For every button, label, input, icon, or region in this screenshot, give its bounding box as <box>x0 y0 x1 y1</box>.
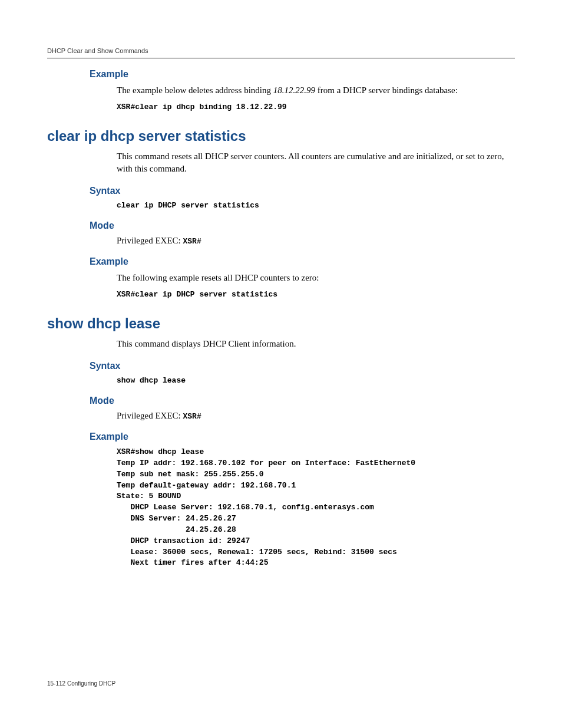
mode-label: Privileged EXEC: <box>117 411 183 420</box>
example-command: XSR#clear ip dhcp binding 18.12.22.99 <box>117 103 515 111</box>
page-footer: 15-112 Configuring DHCP <box>47 680 115 687</box>
example-intro-ip: 18.12.22.99 <box>273 85 315 95</box>
header-rule <box>47 58 515 58</box>
syntax-heading: Syntax <box>90 361 515 371</box>
mode-line: Privileged EXEC: XSR# <box>117 411 515 421</box>
mode-label: Privileged EXEC: <box>117 236 183 245</box>
example-heading: Example <box>90 431 515 442</box>
example-heading: Example <box>90 256 515 267</box>
example-command: XSR#clear ip DHCP server statistics <box>117 290 515 299</box>
example-intro-post: from a DHCP server bindings database: <box>315 85 458 95</box>
mode-heading: Mode <box>90 220 515 231</box>
syntax-command: clear ip DHCP server statistics <box>117 201 515 210</box>
page: DHCP Clear and Show Commands Example The… <box>0 0 562 728</box>
example-output: XSR#show dhcp lease Temp IP addr: 192.16… <box>117 447 515 569</box>
running-head: DHCP Clear and Show Commands <box>47 47 515 58</box>
command-title-show-lease: show dhcp lease <box>47 315 515 332</box>
mode-prompt: XSR# <box>183 412 201 421</box>
syntax-heading: Syntax <box>90 186 515 196</box>
example-intro-pre: The example below deletes address bindin… <box>117 85 273 95</box>
command-intro: This command resets all DHCP server coun… <box>117 150 515 175</box>
mode-prompt: XSR# <box>183 237 201 246</box>
command-intro: This command displays DHCP Client inform… <box>117 338 515 350</box>
example-intro: The example below deletes address bindin… <box>117 84 515 97</box>
mode-line: Privileged EXEC: XSR# <box>117 236 515 246</box>
mode-heading: Mode <box>90 396 515 406</box>
example-heading: Example <box>90 69 515 80</box>
example-intro: The following example resets all DHCP co… <box>117 272 515 284</box>
command-title-clear-stats: clear ip dhcp server statistics <box>47 128 515 144</box>
syntax-command: show dhcp lease <box>117 376 515 385</box>
